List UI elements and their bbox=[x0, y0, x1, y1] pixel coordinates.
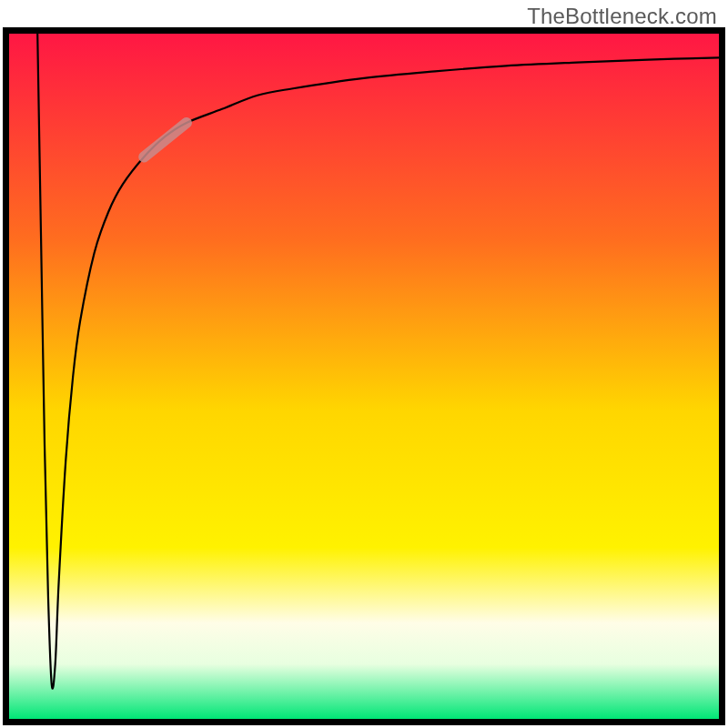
bottleneck-chart bbox=[3, 27, 725, 725]
chart-container: TheBottleneck.com bbox=[0, 0, 728, 728]
watermark-text: TheBottleneck.com bbox=[527, 4, 717, 29]
gradient-bg bbox=[9, 34, 719, 719]
